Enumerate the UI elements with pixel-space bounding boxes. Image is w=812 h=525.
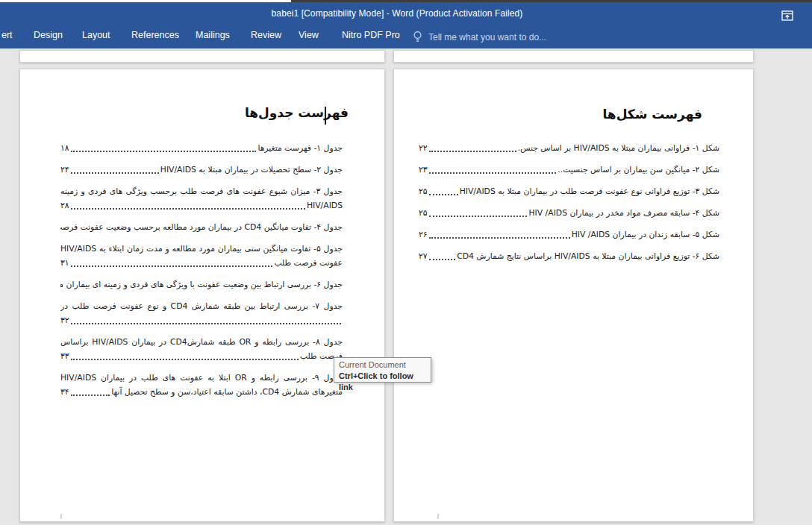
document-canvas: فهرست جدول‌ها جدول ۱- فهرست متغیرها۱۸جدو… <box>0 48 812 525</box>
window-edge-light <box>0 0 291 2</box>
toc-leader-dots <box>429 151 516 152</box>
toc-entry[interactable]: جدول ۶- بررسی ارتباط بین وضعیت عفونت با … <box>60 277 343 292</box>
toc-entry[interactable]: جدول ۹- بررسی رابطه و OR ابتلا به عفونت … <box>60 371 343 399</box>
page-list-of-figures[interactable]: فهرست شکل‌ها شکل ۱- فراوانی بیماران مبتل… <box>393 69 754 522</box>
toc-entry-text: جدول ۵- تفاوت میانگین سنی بیماران مورد م… <box>60 242 343 256</box>
toc-entry-text: جدول ۳- میزان شیوع عفونت های فرصت طلب بر… <box>60 184 343 198</box>
toc-entry[interactable]: جدول ۴- تفاوت میانگین CD4 در بیماران مور… <box>60 220 343 234</box>
window-edge-dark <box>291 0 812 2</box>
toc-entry-text: عفونت فرصت طلب <box>274 256 343 270</box>
tell-me-label: Tell me what you want to do... <box>428 32 546 43</box>
toc-entry[interactable]: جدول ۱- فهرست متغیرها۱۸ <box>60 141 343 155</box>
toc-entry[interactable]: جدول ۸- بررسی رابطه و OR طبقه شمارشCD4 د… <box>60 335 343 363</box>
tooltip-target: Current Document <box>339 359 426 371</box>
toc-leader-dots <box>71 323 341 324</box>
toc-entry[interactable]: شکل ۱- فراوانی بیماران مبتلا به HIV/AIDS… <box>419 141 719 155</box>
toc-entry[interactable]: شکل ۶- توزیع فراوانی بیماران مبتلا به HI… <box>419 249 719 263</box>
toc-entry-text: HIV/AIDS <box>307 198 343 213</box>
tables-heading[interactable]: فهرست جدول‌ها <box>245 105 349 120</box>
toc-entry[interactable]: شکل ۲- میانگین سن بیماران بر اساس جنسیت.… <box>419 163 719 177</box>
toc-entry-text: شکل ۶- توزیع فراوانی بیماران مبتلا به HI… <box>457 249 719 263</box>
toc-leader-dots <box>71 172 159 174</box>
toc-leader-dots <box>429 172 557 174</box>
toc-page-number: ۲۵ <box>419 206 428 220</box>
ribbon-tab-ert[interactable]: ert <box>1 30 13 40</box>
toc-entry[interactable]: جدول ۲- سطح تحصیلات در بیماران مبتلا به … <box>60 163 343 177</box>
toc-entry-text: جدول ۲- سطح تحصیلات در بیماران مبتلا به … <box>160 163 343 177</box>
toc-entry-text: جدول ۶- بررسی ارتباط بین وضعیت عفونت با … <box>60 277 343 292</box>
toc-leader-dots <box>429 259 456 260</box>
figures-toc-list: شکل ۱- فراوانی بیماران مبتلا به HIV/AIDS… <box>419 141 719 271</box>
figures-heading[interactable]: فهرست شکل‌ها <box>602 107 702 122</box>
toc-page-number: ۳۴ <box>60 385 69 399</box>
tell-me-box[interactable]: Tell me what you want to do... <box>413 29 546 45</box>
toc-entry-text: شکل ۳- توزیع فراوانی نوع عفونت فرصت طلب … <box>460 184 719 198</box>
toc-page-number: ۱۸ <box>60 141 69 155</box>
text-cursor <box>325 107 326 125</box>
toc-entry-text: جدول ۱- فهرست متغیرها <box>257 141 343 155</box>
window-title: babei1 [Compatibility Mode] - Word (Prod… <box>0 8 812 19</box>
ribbon-tab-design[interactable]: Design <box>34 30 63 40</box>
hyperlink-tooltip: Current Document Ctrl+Click to follow li… <box>334 357 431 383</box>
toc-entry[interactable]: جدول ۷- بررسی ارتباط بین طبقه شمارش CD4 … <box>60 299 343 327</box>
toc-entry-text: شکل ۱- فراوانی بیماران مبتلا به HIV/AIDS… <box>518 141 719 155</box>
toc-entry[interactable]: شکل ۴- سابقه مصرف مواد مخدر در بیماران H… <box>419 206 719 220</box>
lightbulb-icon <box>413 31 422 44</box>
toc-leader-dots <box>429 216 528 217</box>
toc-page-number: ۲۲ <box>419 141 428 155</box>
toc-entry-text: جدول ۷- بررسی ارتباط بین طبقه شمارش CD4 … <box>60 299 343 313</box>
page-list-of-tables[interactable]: فهرست جدول‌ها جدول ۱- فهرست متغیرها۱۸جدو… <box>19 69 385 522</box>
footer-mark <box>60 514 65 520</box>
ribbon-tabs-row: Nitro PDF ProViewReviewMailingsReference… <box>0 25 812 48</box>
tooltip-instruction: Ctrl+Click to follow link <box>339 371 426 393</box>
toc-entry-text: شکل ۲- میانگین سن بیماران بر اساس جنسیت.… <box>558 163 719 177</box>
toc-entry-text: جدول ۸- بررسی رابطه و OR طبقه شمارشCD4 د… <box>60 335 343 349</box>
toc-page-number: ۲۳ <box>419 163 428 177</box>
ribbon: babei1 [Compatibility Mode] - Word (Prod… <box>0 0 812 48</box>
previous-page-bottom-right[interactable] <box>393 50 754 63</box>
footer-mark <box>437 514 442 520</box>
toc-leader-dots <box>71 265 273 267</box>
ribbon-tab-layout[interactable]: Layout <box>82 30 110 40</box>
toc-entry-text: شکل ۵- سابقه زندان در بیماران HIV /AIDS <box>572 227 719 242</box>
toc-leader-dots <box>71 208 305 210</box>
ribbon-tab-references[interactable]: References <box>131 30 179 40</box>
toc-entry[interactable]: جدول ۳- میزان شیوع عفونت های فرصت طلب بر… <box>60 184 343 213</box>
toc-leader-dots <box>71 394 110 396</box>
toc-page-number: ۳۳ <box>60 349 69 363</box>
toc-page-number: ۲۵ <box>419 184 428 198</box>
toc-leader-dots <box>71 151 257 152</box>
toc-entry-text: جدول ۴- تفاوت میانگین CD4 در بیماران مور… <box>60 220 343 234</box>
toc-entry-text: شکل ۴- سابقه مصرف مواد مخدر در بیماران H… <box>528 206 719 220</box>
toc-page-number: ۲۷ <box>419 249 428 263</box>
toc-page-number: ۲۸ <box>60 198 69 213</box>
word-window: babei1 [Compatibility Mode] - Word (Prod… <box>0 0 812 525</box>
ribbon-display-options-icon[interactable] <box>781 9 794 22</box>
ribbon-tab-nitro-pdf-pro[interactable]: Nitro PDF Pro <box>342 30 400 40</box>
toc-entry-text: متغیرهای شمارش CD4، داشتن سابقه اعتیاد،س… <box>111 385 343 399</box>
ribbon-tab-review[interactable]: Review <box>251 30 281 40</box>
ribbon-tab-view[interactable]: View <box>299 30 319 40</box>
toc-entry-text: جدول ۹- بررسی رابطه و OR ابتلا به عفونت … <box>60 371 343 385</box>
toc-page-number: ۲۶ <box>419 227 428 242</box>
title-bar: babei1 [Compatibility Mode] - Word (Prod… <box>0 2 812 25</box>
toc-page-number: ۳۱ <box>60 256 69 270</box>
toc-entry[interactable]: شکل ۵- سابقه زندان در بیماران HIV /AIDS۲… <box>419 227 719 242</box>
toc-leader-dots <box>429 237 570 239</box>
toc-page-number: ۳۲ <box>60 313 69 327</box>
previous-page-bottom-left[interactable] <box>19 50 385 63</box>
toc-page-number: ۲۴ <box>60 163 69 177</box>
toc-entry[interactable]: شکل ۳- توزیع فراوانی نوع عفونت فرصت طلب … <box>419 184 719 198</box>
tables-toc-list: جدول ۱- فهرست متغیرها۱۸جدول ۲- سطح تحصیل… <box>60 141 343 406</box>
toc-leader-dots <box>71 359 299 360</box>
ribbon-tab-mailings[interactable]: Mailings <box>196 30 230 40</box>
toc-leader-dots <box>429 194 458 195</box>
toc-entry[interactable]: جدول ۵- تفاوت میانگین سنی بیماران مورد م… <box>60 242 343 270</box>
